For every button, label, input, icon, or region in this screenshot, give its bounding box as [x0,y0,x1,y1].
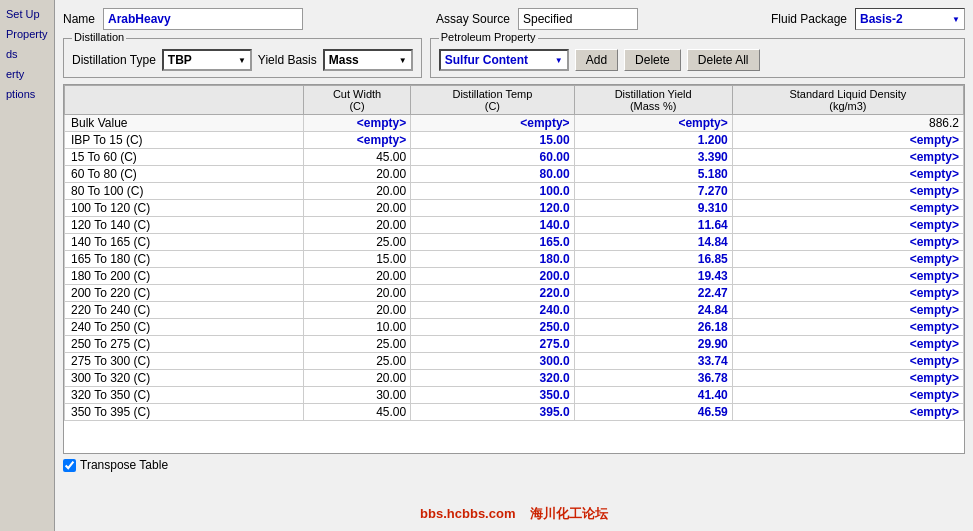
cut-width-cell[interactable]: <empty> [303,132,410,149]
table-row[interactable]: 275 To 300 (C)25.00300.033.74<empty> [65,353,964,370]
std-density-cell[interactable]: <empty> [732,200,963,217]
dist-yield-cell[interactable]: 14.84 [574,234,732,251]
sidebar-item-property[interactable]: Property [0,24,54,44]
cut-width-cell[interactable]: 10.00 [303,319,410,336]
dist-temp-cell[interactable]: 80.00 [411,166,574,183]
std-density-cell[interactable]: <empty> [732,149,963,166]
cut-width-cell[interactable]: 20.00 [303,302,410,319]
dist-temp-cell[interactable]: 395.0 [411,404,574,421]
cut-width-cell[interactable]: 25.00 [303,234,410,251]
dist-yield-cell[interactable]: 5.180 [574,166,732,183]
dist-temp-cell[interactable]: 275.0 [411,336,574,353]
table-row[interactable]: 100 To 120 (C)20.00120.09.310<empty> [65,200,964,217]
dist-yield-cell[interactable]: 7.270 [574,183,732,200]
dist-yield-cell[interactable]: 29.90 [574,336,732,353]
table-row[interactable]: 120 To 140 (C)20.00140.011.64<empty> [65,217,964,234]
std-density-cell[interactable]: <empty> [732,234,963,251]
dist-temp-cell[interactable]: 140.0 [411,217,574,234]
cut-width-cell[interactable]: 20.00 [303,183,410,200]
dist-yield-cell[interactable]: 24.84 [574,302,732,319]
table-row[interactable]: 250 To 275 (C)25.00275.029.90<empty> [65,336,964,353]
dist-temp-cell[interactable]: 300.0 [411,353,574,370]
table-row[interactable]: 80 To 100 (C)20.00100.07.270<empty> [65,183,964,200]
std-density-cell[interactable]: <empty> [732,336,963,353]
table-row[interactable]: 165 To 180 (C)15.00180.016.85<empty> [65,251,964,268]
sidebar-item-erty[interactable]: erty [0,64,54,84]
std-density-cell[interactable]: <empty> [732,132,963,149]
dist-yield-cell[interactable]: 36.78 [574,370,732,387]
dist-yield-cell[interactable]: 11.64 [574,217,732,234]
add-button[interactable]: Add [575,49,618,71]
std-density-cell[interactable]: <empty> [732,387,963,404]
cut-width-cell[interactable]: 20.00 [303,370,410,387]
std-density-cell[interactable]: <empty> [732,183,963,200]
cut-width-cell[interactable]: 20.00 [303,268,410,285]
table-row[interactable]: 300 To 320 (C)20.00320.036.78<empty> [65,370,964,387]
cut-width-cell[interactable]: 25.00 [303,336,410,353]
delete-all-button[interactable]: Delete All [687,49,760,71]
assay-source-input[interactable] [518,8,638,30]
std-density-cell[interactable]: <empty> [732,251,963,268]
table-row[interactable]: 240 To 250 (C)10.00250.026.18<empty> [65,319,964,336]
dist-yield-cell[interactable]: 33.74 [574,353,732,370]
table-row[interactable]: 350 To 395 (C)45.00395.046.59<empty> [65,404,964,421]
transpose-checkbox[interactable] [63,459,76,472]
petroleum-prop-dropdown[interactable]: Sulfur Content ▼ [439,49,569,71]
dist-temp-cell[interactable]: 320.0 [411,370,574,387]
dist-temp-cell[interactable]: 100.0 [411,183,574,200]
fluid-package-dropdown[interactable]: Basis-2 ▼ [855,8,965,30]
std-density-cell[interactable]: <empty> [732,353,963,370]
cut-width-cell[interactable]: 20.00 [303,285,410,302]
cut-width-cell[interactable]: 45.00 [303,149,410,166]
std-density-cell[interactable]: 886.2 [732,115,963,132]
std-density-cell[interactable]: <empty> [732,285,963,302]
std-density-cell[interactable]: <empty> [732,370,963,387]
dist-temp-cell[interactable]: 120.0 [411,200,574,217]
table-row[interactable]: 320 To 350 (C)30.00350.041.40<empty> [65,387,964,404]
dist-yield-cell[interactable]: 22.47 [574,285,732,302]
dist-yield-cell[interactable]: <empty> [574,115,732,132]
dist-yield-cell[interactable]: 1.200 [574,132,732,149]
cut-width-cell[interactable]: 15.00 [303,251,410,268]
dist-temp-cell[interactable]: 240.0 [411,302,574,319]
std-density-cell[interactable]: <empty> [732,319,963,336]
yield-basis-dropdown[interactable]: Mass ▼ [323,49,413,71]
std-density-cell[interactable]: <empty> [732,217,963,234]
cut-width-cell[interactable]: 20.00 [303,200,410,217]
table-row[interactable]: 180 To 200 (C)20.00200.019.43<empty> [65,268,964,285]
table-row[interactable]: 60 To 80 (C)20.0080.005.180<empty> [65,166,964,183]
cut-width-cell[interactable]: 45.00 [303,404,410,421]
delete-button[interactable]: Delete [624,49,681,71]
cut-width-cell[interactable]: <empty> [303,115,410,132]
dist-temp-cell[interactable]: 200.0 [411,268,574,285]
table-container[interactable]: Cut Width(C) Distillation Temp(C) Distil… [63,84,965,454]
dist-temp-cell[interactable]: 15.00 [411,132,574,149]
std-density-cell[interactable]: <empty> [732,302,963,319]
dist-yield-cell[interactable]: 9.310 [574,200,732,217]
cut-width-cell[interactable]: 30.00 [303,387,410,404]
dist-temp-cell[interactable]: 350.0 [411,387,574,404]
dist-temp-cell[interactable]: 220.0 [411,285,574,302]
sidebar-item-setup[interactable]: Set Up [0,4,54,24]
table-row[interactable]: 220 To 240 (C)20.00240.024.84<empty> [65,302,964,319]
dist-temp-cell[interactable]: 180.0 [411,251,574,268]
cut-width-cell[interactable]: 20.00 [303,166,410,183]
dist-temp-cell[interactable]: 250.0 [411,319,574,336]
std-density-cell[interactable]: <empty> [732,166,963,183]
table-row[interactable]: 15 To 60 (C)45.0060.003.390<empty> [65,149,964,166]
table-row[interactable]: IBP To 15 (C)<empty>15.001.200<empty> [65,132,964,149]
dist-temp-cell[interactable]: 60.00 [411,149,574,166]
dist-yield-cell[interactable]: 41.40 [574,387,732,404]
dist-yield-cell[interactable]: 26.18 [574,319,732,336]
dist-yield-cell[interactable]: 16.85 [574,251,732,268]
dist-yield-cell[interactable]: 46.59 [574,404,732,421]
sidebar-item-options[interactable]: ptions [0,84,54,104]
dist-yield-cell[interactable]: 3.390 [574,149,732,166]
std-density-cell[interactable]: <empty> [732,268,963,285]
dist-temp-cell[interactable]: 165.0 [411,234,574,251]
dist-temp-cell[interactable]: <empty> [411,115,574,132]
dist-yield-cell[interactable]: 19.43 [574,268,732,285]
name-input[interactable] [103,8,303,30]
sidebar-item-ds[interactable]: ds [0,44,54,64]
table-row[interactable]: Bulk Value<empty><empty><empty>886.2 [65,115,964,132]
